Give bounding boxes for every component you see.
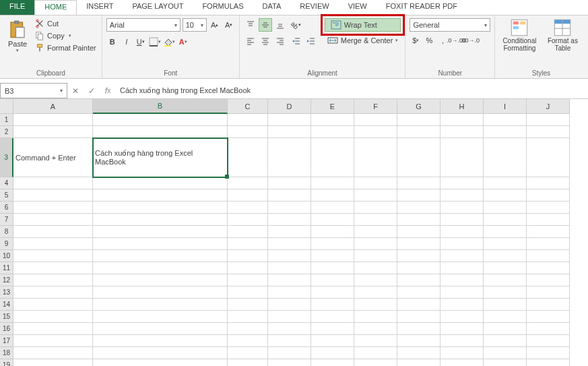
cell-A18[interactable] [13, 347, 93, 359]
cell-F18[interactable] [354, 347, 397, 359]
cell-I10[interactable] [484, 250, 527, 262]
cell-J17[interactable] [527, 335, 570, 347]
cell-I6[interactable] [484, 202, 527, 214]
cell-B14[interactable] [93, 299, 228, 311]
cell-I8[interactable] [484, 226, 527, 238]
cell-D2[interactable] [268, 126, 311, 138]
cell-I9[interactable] [484, 238, 527, 250]
cell-A7[interactable] [13, 214, 93, 226]
cell-G19[interactable] [397, 359, 440, 366]
cell-E5[interactable] [311, 189, 354, 202]
cell-J5[interactable] [527, 189, 570, 202]
cell-D13[interactable] [268, 286, 311, 299]
cell-B16[interactable] [93, 323, 228, 335]
cell-H14[interactable] [440, 299, 484, 311]
cell-G9[interactable] [397, 238, 440, 250]
cell-F5[interactable] [354, 189, 397, 202]
orientation-button[interactable]: ab▾ [290, 18, 303, 32]
cell-G17[interactable] [397, 335, 440, 347]
borders-button[interactable] [149, 36, 161, 48]
cell-A6[interactable] [13, 202, 93, 214]
cell-D14[interactable] [268, 299, 311, 311]
accounting-button[interactable]: $ [410, 34, 422, 47]
align-right-button[interactable] [273, 34, 287, 48]
col-header-E[interactable]: E [311, 99, 354, 114]
cell-C1[interactable] [228, 114, 268, 126]
cell-A4[interactable] [13, 177, 93, 189]
cell-B13[interactable] [93, 286, 228, 299]
cell-G15[interactable] [397, 311, 440, 323]
cell-C10[interactable] [228, 250, 268, 262]
cell-C13[interactable] [228, 286, 268, 299]
row-header-13[interactable]: 13 [0, 286, 13, 299]
cell-G4[interactable] [397, 177, 440, 189]
cell-B3[interactable]: Cách xuống hàng trong Excel MacBook [93, 138, 228, 177]
cell-I7[interactable] [484, 214, 527, 226]
decrease-font-button[interactable]: A▾ [223, 19, 235, 31]
cell-J18[interactable] [527, 347, 570, 359]
cell-F1[interactable] [354, 114, 397, 126]
cell-J11[interactable] [527, 262, 570, 274]
col-header-C[interactable]: C [228, 99, 268, 114]
decrease-decimal-button[interactable]: .00→.0 [463, 34, 476, 47]
row-header-3[interactable]: 3 [0, 138, 13, 177]
cell-J4[interactable] [527, 177, 570, 189]
cell-B11[interactable] [93, 262, 228, 274]
underline-button[interactable]: U▾ [135, 36, 147, 48]
cell-D1[interactable] [268, 114, 311, 126]
cell-C6[interactable] [228, 202, 268, 214]
cell-F12[interactable] [354, 274, 397, 286]
align-bottom-button[interactable] [273, 18, 287, 32]
cell-H1[interactable] [440, 114, 484, 126]
conditional-formatting-button[interactable]: Conditional Formatting [499, 18, 540, 52]
tab-review[interactable]: REVIEW [290, 0, 338, 15]
row-header-17[interactable]: 17 [0, 335, 13, 347]
cell-D17[interactable] [268, 335, 311, 347]
merge-center-button[interactable]: Merge & Center ▾ [325, 34, 401, 47]
cell-I2[interactable] [484, 126, 527, 138]
cell-B6[interactable] [93, 202, 228, 214]
cell-B7[interactable] [93, 214, 228, 226]
cell-G16[interactable] [397, 323, 440, 335]
cell-B17[interactable] [93, 335, 228, 347]
cell-B2[interactable] [93, 126, 228, 138]
cell-I5[interactable] [484, 189, 527, 202]
cell-B4[interactable] [93, 177, 228, 189]
cell-H13[interactable] [440, 286, 484, 299]
row-header-5[interactable]: 5 [0, 189, 13, 202]
cell-G1[interactable] [397, 114, 440, 126]
align-middle-button[interactable] [259, 18, 272, 32]
row-header-10[interactable]: 10 [0, 250, 13, 262]
cell-C15[interactable] [228, 311, 268, 323]
row-header-11[interactable]: 11 [0, 262, 13, 274]
cell-G10[interactable] [397, 250, 440, 262]
cell-G12[interactable] [397, 274, 440, 286]
cell-D8[interactable] [268, 226, 311, 238]
cell-I14[interactable] [484, 299, 527, 311]
cell-D4[interactable] [268, 177, 311, 189]
align-center-button[interactable] [259, 34, 272, 48]
enter-formula-button[interactable]: ✓ [84, 83, 100, 98]
cell-H3[interactable] [440, 138, 484, 177]
cell-A16[interactable] [13, 323, 93, 335]
cell-F4[interactable] [354, 177, 397, 189]
col-header-F[interactable]: F [354, 99, 397, 114]
cell-E19[interactable] [311, 359, 354, 366]
cell-B10[interactable] [93, 250, 228, 262]
col-header-A[interactable]: A [13, 99, 93, 114]
cell-H18[interactable] [440, 347, 484, 359]
cancel-formula-button[interactable]: ✕ [67, 83, 84, 98]
cell-E17[interactable] [311, 335, 354, 347]
cell-G11[interactable] [397, 262, 440, 274]
cell-F3[interactable] [354, 138, 397, 177]
cell-D15[interactable] [268, 311, 311, 323]
increase-indent-button[interactable] [304, 34, 318, 48]
cell-B15[interactable] [93, 311, 228, 323]
cell-F2[interactable] [354, 126, 397, 138]
cell-I12[interactable] [484, 274, 527, 286]
cell-H6[interactable] [440, 202, 484, 214]
cell-G8[interactable] [397, 226, 440, 238]
cell-H12[interactable] [440, 274, 484, 286]
cell-H16[interactable] [440, 323, 484, 335]
cell-F11[interactable] [354, 262, 397, 274]
